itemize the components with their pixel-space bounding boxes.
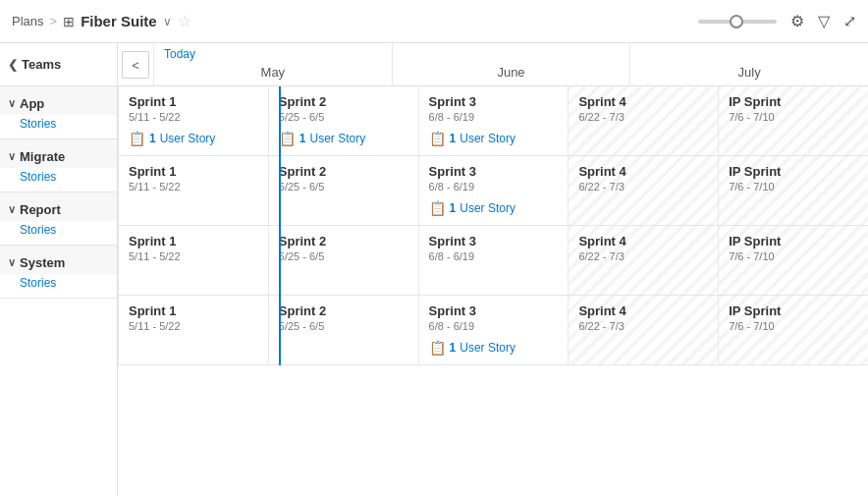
user-story[interactable]: 📋 1 User Story — [429, 131, 559, 146]
sprint-dates: 6/8 - 6/19 — [429, 320, 559, 332]
zoom-slider[interactable] — [698, 20, 777, 24]
story-label: User Story — [309, 132, 365, 145]
sidebar-group-header: ∨ App — [0, 86, 117, 115]
sprint-cell[interactable]: IP Sprint7/6 - 7/10 — [718, 226, 868, 295]
sprint-name: Sprint 3 — [429, 234, 559, 248]
sprint-dates: 7/6 - 7/10 — [729, 111, 858, 123]
slider-thumb[interactable] — [730, 15, 743, 28]
group-chevron-icon[interactable]: ∨ — [8, 150, 16, 163]
plans-link[interactable]: Plans — [12, 14, 44, 28]
filter-icon[interactable]: ▽ — [818, 12, 830, 30]
user-story[interactable]: 📋 1 User Story — [279, 131, 408, 146]
sprint-cell[interactable]: Sprint 36/8 - 6/19 📋 1 User Story — [418, 156, 569, 225]
month-june: June — [392, 43, 630, 85]
sprint-cell[interactable]: Sprint 46/22 - 7/3 — [568, 156, 718, 225]
sprint-dates: 6/8 - 6/19 — [429, 250, 559, 262]
sprint-cell[interactable]: IP Sprint7/6 - 7/10 — [718, 296, 868, 364]
story-icon: 📋 — [429, 340, 446, 356]
sprint-name: Sprint 2 — [279, 164, 408, 179]
sprint-cell[interactable]: Sprint 15/11 - 5/22 📋 1 User Story — [118, 86, 268, 155]
story-count: 1 — [450, 341, 457, 355]
sprint-dates: 6/22 - 7/3 — [578, 250, 708, 262]
sprint-name: Sprint 2 — [279, 234, 408, 248]
sprint-cell[interactable]: Sprint 15/11 - 5/22 — [118, 296, 268, 364]
sidebar-group-migrate: ∨ Migrate Stories — [0, 139, 117, 193]
sprint-name: Sprint 2 — [279, 303, 408, 318]
sprint-cell[interactable]: Sprint 15/11 - 5/22 — [118, 156, 268, 225]
group-link[interactable]: Stories — [0, 168, 117, 192]
sprint-cell[interactable]: Sprint 36/8 - 6/19 📋 1 User Story — [418, 86, 569, 155]
title-chevron-icon[interactable]: ∨ — [163, 15, 172, 28]
sprint-cell[interactable]: Sprint 36/8 - 6/19 — [418, 226, 569, 295]
story-label: User Story — [160, 132, 216, 145]
settings-icon[interactable]: ⚙ — [790, 12, 804, 30]
user-story[interactable]: 📋 1 User Story — [129, 131, 258, 146]
group-name: App — [20, 96, 44, 111]
group-name: Report — [20, 202, 61, 217]
sprint-cell[interactable]: Sprint 25/25 - 6/5 — [268, 296, 418, 364]
sprint-cell[interactable]: Sprint 25/25 - 6/5 — [268, 156, 418, 225]
month-may: Today May — [153, 43, 392, 85]
fullscreen-icon[interactable]: ⤢ — [843, 12, 856, 30]
sprint-name: Sprint 1 — [129, 94, 258, 109]
sprint-row: Sprint 15/11 - 5/22 📋 1 User Story Sprin… — [118, 86, 868, 155]
sprint-cell[interactable]: Sprint 46/22 - 7/3 — [568, 86, 718, 155]
story-icon: 📋 — [429, 131, 446, 146]
sprint-dates: 7/6 - 7/10 — [729, 250, 858, 262]
sprint-cell[interactable]: Sprint 46/22 - 7/3 — [568, 296, 718, 364]
sprint-dates: 5/11 - 5/22 — [129, 320, 258, 332]
team-section-report: Sprint 15/11 - 5/22Sprint 25/25 - 6/5Spr… — [118, 226, 868, 296]
sidebar-group-system: ∨ System Stories — [0, 246, 117, 299]
nav-back-button[interactable]: < — [122, 51, 149, 79]
slider-track — [698, 20, 777, 24]
group-link[interactable]: Stories — [0, 221, 117, 245]
sprint-cell[interactable]: IP Sprint7/6 - 7/10 — [718, 86, 868, 155]
sprint-cell[interactable]: Sprint 25/25 - 6/5 — [268, 226, 418, 295]
favorite-star-icon[interactable]: ☆ — [178, 12, 191, 30]
top-right-controls: ⚙ ▽ ⤢ — [698, 12, 856, 30]
sprint-dates: 7/6 - 7/10 — [729, 181, 858, 193]
user-story[interactable]: 📋 1 User Story — [429, 340, 559, 356]
group-link[interactable]: Stories — [0, 115, 117, 138]
suite-title: Fiber Suite — [81, 13, 157, 29]
sidebar-title: Teams — [22, 57, 61, 72]
sprint-dates: 5/11 - 5/22 — [129, 181, 258, 193]
sprint-cell[interactable]: Sprint 25/25 - 6/5 📋 1 User Story — [268, 86, 418, 155]
sprint-dates: 5/25 - 6/5 — [279, 250, 408, 262]
sprint-dates: 5/11 - 5/22 — [129, 250, 258, 262]
group-link[interactable]: Stories — [0, 274, 117, 298]
team-section-migrate: Sprint 15/11 - 5/22Sprint 25/25 - 6/5Spr… — [118, 156, 868, 226]
sprint-name: Sprint 3 — [429, 164, 559, 179]
content-area[interactable]: < Today May June July Sprint 15/11 - 5/2… — [118, 43, 868, 496]
sprint-dates: 6/8 - 6/19 — [429, 111, 559, 123]
sprint-name: Sprint 4 — [578, 234, 708, 248]
story-icon: 📋 — [129, 131, 145, 146]
sidebar-collapse-icon[interactable]: ❮ — [8, 58, 18, 72]
team-rows: Sprint 15/11 - 5/22 📋 1 User Story Sprin… — [118, 86, 868, 365]
sidebar-group-header: ∨ Report — [0, 193, 117, 221]
team-section-system: Sprint 15/11 - 5/22Sprint 25/25 - 6/5Spr… — [118, 296, 868, 365]
sprint-name: Sprint 4 — [578, 94, 708, 109]
sprint-dates: 5/11 - 5/22 — [129, 111, 258, 123]
group-chevron-icon[interactable]: ∨ — [8, 256, 16, 269]
group-name: System — [20, 255, 65, 270]
group-chevron-icon[interactable]: ∨ — [8, 203, 16, 216]
sprint-name: Sprint 4 — [578, 164, 708, 179]
sprint-cell[interactable]: Sprint 15/11 - 5/22 — [118, 226, 268, 295]
story-count: 1 — [450, 132, 457, 145]
sprint-cell[interactable]: IP Sprint7/6 - 7/10 — [718, 156, 868, 225]
suite-icon: ⊞ — [63, 14, 75, 29]
user-story[interactable]: 📋 1 User Story — [429, 200, 559, 216]
sprint-cell[interactable]: Sprint 36/8 - 6/19 📋 1 User Story — [418, 296, 569, 364]
sprint-dates: 6/22 - 7/3 — [578, 111, 708, 123]
group-chevron-icon[interactable]: ∨ — [8, 97, 16, 110]
sprint-dates: 6/22 - 7/3 — [578, 320, 708, 332]
timeline-body: Sprint 15/11 - 5/22 📋 1 User Story Sprin… — [118, 86, 868, 365]
timeline-header: < Today May June July — [118, 43, 868, 86]
sidebar-group-header: ∨ Migrate — [0, 139, 117, 168]
sprint-name: Sprint 1 — [129, 164, 258, 179]
sprint-dates: 5/25 - 6/5 — [279, 320, 408, 332]
sprint-cell[interactable]: Sprint 46/22 - 7/3 — [568, 226, 718, 295]
sprint-dates: 5/25 - 6/5 — [279, 111, 408, 123]
sprint-name: Sprint 1 — [129, 234, 258, 248]
